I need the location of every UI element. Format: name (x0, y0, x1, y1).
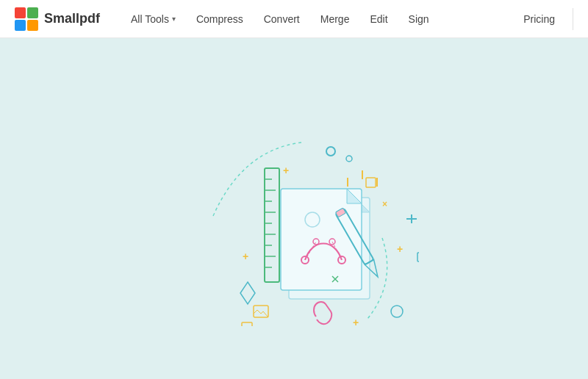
svg-rect-0 (15, 7, 26, 18)
svg-rect-4 (265, 168, 279, 282)
svg-rect-2 (15, 20, 26, 31)
svg-rect-1 (27, 7, 38, 18)
svg-rect-39 (366, 178, 376, 187)
svg-rect-38 (242, 322, 252, 326)
logo-link[interactable]: Smallpdf (15, 7, 100, 31)
nav-merge[interactable]: Merge (312, 9, 359, 29)
logo-icon (15, 7, 38, 31)
logo-text: Smallpdf (44, 11, 100, 26)
chevron-down-icon: ▾ (172, 15, 176, 23)
svg-text:+: + (283, 165, 289, 176)
svg-text:+: + (353, 317, 359, 326)
header: Smallpdf All Tools ▾ Compress Convert Me… (0, 0, 588, 38)
svg-rect-3 (27, 20, 38, 31)
nav-compress[interactable]: Compress (187, 9, 252, 29)
hero-illustration: + × + + + (169, 91, 419, 326)
svg-text:+: + (243, 250, 248, 262)
svg-marker-41 (240, 282, 255, 304)
svg-point-37 (391, 306, 403, 317)
nav-convert[interactable]: Convert (255, 9, 309, 29)
svg-rect-40 (417, 253, 419, 261)
svg-text:×: × (382, 199, 387, 209)
svg-point-35 (326, 147, 335, 156)
svg-point-36 (346, 156, 352, 162)
header-divider (573, 8, 573, 30)
nav-all-tools[interactable]: All Tools ▾ (122, 9, 184, 29)
pricing-button[interactable]: Pricing (512, 9, 567, 29)
main-content: + × + + + (0, 38, 588, 379)
nav-sign[interactable]: Sign (400, 9, 438, 29)
nav-edit[interactable]: Edit (361, 9, 396, 29)
main-nav: All Tools ▾ Compress Convert Merge Edit … (122, 9, 512, 29)
svg-text:+: + (397, 243, 403, 255)
